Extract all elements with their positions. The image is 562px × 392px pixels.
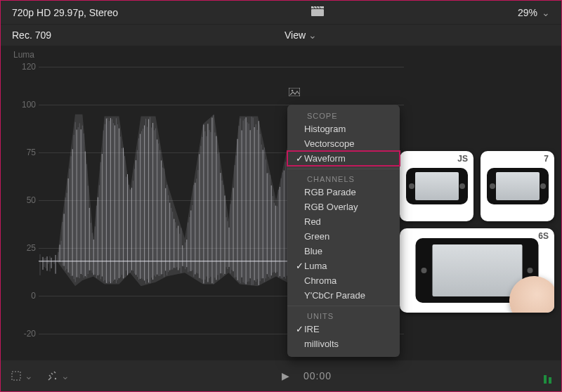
thumbnail-badge: 6S (538, 231, 549, 241)
menu-item-rgb-overlay[interactable]: RGB Overlay (287, 200, 400, 214)
chevron-down-icon (542, 7, 550, 18)
svg-point-269 (55, 378, 56, 379)
menu-item-luma[interactable]: ✓Luma (287, 259, 400, 273)
waveform-scope: Luma SCOPEHistogramVectorscope✓WaveformC… (1, 46, 561, 360)
menu-divider (287, 169, 400, 169)
play-button[interactable] (282, 370, 289, 381)
view-menu-label: View (285, 30, 306, 41)
svg-point-267 (292, 90, 294, 92)
audio-meters (544, 368, 551, 384)
zoom-value: 29% (518, 7, 537, 18)
y-axis-tick: 50 (9, 195, 36, 205)
menu-item-y-cbcr-parade[interactable]: Y'CbCr Parade (287, 288, 400, 303)
menu-item-vectorscope[interactable]: Vectorscope (287, 136, 400, 151)
menu-item-rgb-parade[interactable]: RGB Parade (287, 185, 400, 200)
menu-item-chroma[interactable]: Chroma (287, 273, 400, 288)
checkmark-icon: ✓ (294, 261, 304, 271)
scope-sub-bar: Rec. 709 View (1, 25, 561, 46)
menu-item-label: millivolts (304, 339, 339, 349)
timecode-display: 00:00 (303, 370, 332, 381)
effects-tool-button[interactable]: ⌄ (47, 370, 70, 381)
format-label: 720p HD 29.97p, Stereo (12, 7, 118, 18)
menu-item-label: Histogram (304, 124, 346, 134)
menu-section-label: SCOPE (287, 109, 400, 122)
thumbnail-selected[interactable]: 6S (400, 228, 554, 313)
thumbnail[interactable]: 7 (481, 151, 554, 221)
menu-item-label: Chroma (304, 275, 336, 286)
menu-item-red[interactable]: Red (287, 214, 400, 229)
menu-item-label: Green (304, 231, 329, 242)
menu-section-label: CHANNELS (287, 172, 400, 185)
y-axis-tick: 25 (9, 243, 36, 253)
y-axis-tick: -20 (9, 329, 36, 339)
clapperboard-icon[interactable] (311, 6, 324, 18)
zoom-level[interactable]: 29% (518, 7, 550, 18)
thumbnail[interactable]: JS (400, 151, 473, 221)
transport-bar: ⌄ ⌄ 00:00 (1, 360, 561, 391)
svg-rect-268 (12, 372, 20, 380)
menu-item-label: Waveform (304, 153, 346, 164)
top-bar: 720p HD 29.97p, Stereo 29% (1, 1, 561, 25)
menu-item-millivolts[interactable]: millivolts (287, 337, 400, 351)
menu-item-label: Luma (304, 261, 327, 271)
menu-item-waveform[interactable]: ✓Waveform (287, 151, 400, 166)
menu-section-label: UNITS (287, 309, 400, 322)
menu-item-label: IRE (304, 324, 320, 334)
menu-item-label: Red (304, 216, 321, 227)
viewer-thumbnails: JS 7 6S (400, 151, 554, 313)
view-menu-button[interactable]: View (285, 30, 317, 41)
checkmark-icon: ✓ (294, 153, 304, 164)
scope-title: Luma (13, 50, 34, 60)
y-axis-tick: 100 (9, 100, 36, 110)
picture-icon (289, 88, 300, 98)
checkmark-icon: ✓ (294, 324, 304, 334)
crop-tool-button[interactable]: ⌄ (11, 370, 33, 381)
menu-item-label: Blue (304, 246, 322, 256)
menu-item-green[interactable]: Green (287, 229, 400, 244)
chevron-down-icon: ⌄ (25, 370, 33, 381)
color-space-label: Rec. 709 (12, 30, 51, 41)
svg-rect-0 (311, 9, 324, 16)
y-axis-tick: 120 (9, 62, 36, 72)
menu-item-label: Y'CbCr Parade (304, 290, 365, 301)
thumbnail-badge: JS (457, 154, 468, 164)
thumbnail-badge: 7 (544, 154, 549, 164)
gridline (39, 67, 404, 67)
menu-item-label: RGB Overlay (304, 202, 358, 212)
menu-item-blue[interactable]: Blue (287, 244, 400, 259)
y-axis-tick: 75 (9, 148, 36, 157)
menu-item-label: Vectorscope (304, 138, 355, 149)
chevron-down-icon (308, 30, 317, 41)
menu-divider (287, 306, 400, 306)
y-axis-tick: 0 (9, 291, 36, 301)
view-menu-popover: SCOPEHistogramVectorscope✓WaveformCHANNE… (287, 105, 400, 357)
menu-item-ire[interactable]: ✓IRE (287, 322, 400, 337)
chevron-down-icon: ⌄ (61, 370, 70, 381)
menu-item-histogram[interactable]: Histogram (287, 122, 400, 136)
menu-item-label: RGB Parade (304, 187, 356, 197)
